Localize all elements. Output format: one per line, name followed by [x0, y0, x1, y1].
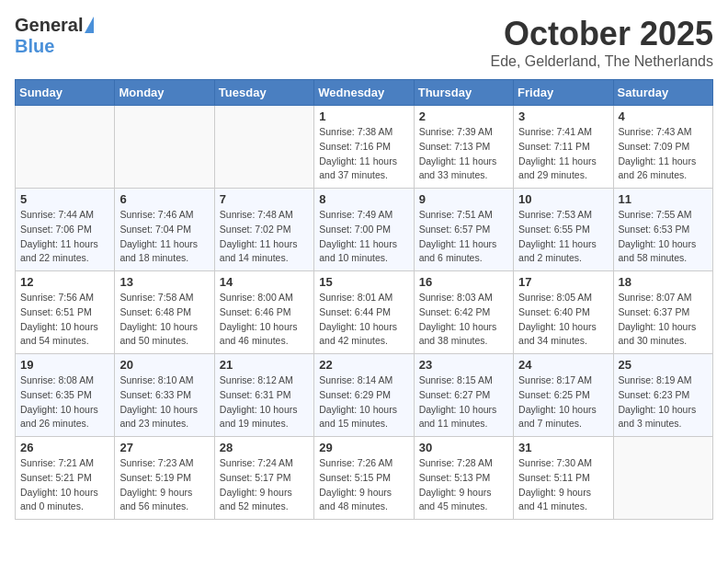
calendar-cell: 28Sunrise: 7:24 AM Sunset: 5:17 PM Dayli…: [214, 437, 313, 520]
day-info: Sunrise: 8:12 AM Sunset: 6:31 PM Dayligh…: [220, 373, 309, 431]
calendar-cell: 15Sunrise: 8:01 AM Sunset: 6:44 PM Dayli…: [314, 271, 414, 354]
day-info: Sunrise: 8:19 AM Sunset: 6:23 PM Dayligh…: [619, 373, 708, 431]
calendar-cell: 10Sunrise: 7:53 AM Sunset: 6:55 PM Dayli…: [514, 189, 613, 271]
calendar-cell: 3Sunrise: 7:41 AM Sunset: 7:11 PM Daylig…: [514, 106, 613, 189]
day-info: Sunrise: 7:21 AM Sunset: 5:21 PM Dayligh…: [20, 456, 109, 514]
calendar-cell: 13Sunrise: 7:58 AM Sunset: 6:48 PM Dayli…: [115, 271, 214, 354]
calendar-cell: [16, 106, 115, 189]
page-header: General Blue October 2025 Ede, Gelderlan…: [15, 15, 713, 70]
calendar-cell: 27Sunrise: 7:23 AM Sunset: 5:19 PM Dayli…: [115, 437, 214, 520]
calendar-cell: 14Sunrise: 8:00 AM Sunset: 6:46 PM Dayli…: [214, 271, 313, 354]
calendar-cell: 6Sunrise: 7:46 AM Sunset: 7:04 PM Daylig…: [115, 189, 214, 271]
day-number: 10: [518, 192, 608, 206]
day-number: 11: [619, 192, 708, 206]
day-info: Sunrise: 7:48 AM Sunset: 7:02 PM Dayligh…: [220, 208, 309, 266]
day-info: Sunrise: 7:39 AM Sunset: 7:13 PM Dayligh…: [419, 125, 508, 183]
day-info: Sunrise: 7:55 AM Sunset: 6:53 PM Dayligh…: [619, 208, 708, 266]
calendar-cell: 18Sunrise: 8:07 AM Sunset: 6:37 PM Dayli…: [613, 271, 712, 354]
day-info: Sunrise: 7:38 AM Sunset: 7:16 PM Dayligh…: [319, 125, 408, 183]
day-number: 13: [119, 275, 209, 289]
column-header-thursday: Thursday: [414, 80, 513, 106]
day-number: 19: [20, 358, 109, 372]
calendar-cell: [613, 437, 712, 520]
column-header-saturday: Saturday: [613, 80, 712, 106]
day-info: Sunrise: 7:43 AM Sunset: 7:09 PM Dayligh…: [619, 125, 708, 183]
day-number: 4: [619, 109, 708, 123]
calendar-cell: 1Sunrise: 7:38 AM Sunset: 7:16 PM Daylig…: [314, 106, 414, 189]
logo-triangle-icon: [85, 17, 94, 33]
calendar-cell: 8Sunrise: 7:49 AM Sunset: 7:00 PM Daylig…: [314, 189, 414, 271]
day-number: 24: [518, 358, 608, 372]
day-number: 26: [20, 441, 109, 454]
location-text: Ede, Gelderland, The Netherlands: [490, 53, 713, 70]
calendar-cell: 11Sunrise: 7:55 AM Sunset: 6:53 PM Dayli…: [613, 189, 712, 271]
day-info: Sunrise: 8:17 AM Sunset: 6:25 PM Dayligh…: [518, 373, 608, 431]
calendar-cell: 4Sunrise: 7:43 AM Sunset: 7:09 PM Daylig…: [613, 106, 712, 189]
day-number: 18: [619, 275, 708, 289]
calendar-cell: 25Sunrise: 8:19 AM Sunset: 6:23 PM Dayli…: [613, 354, 712, 437]
day-info: Sunrise: 8:07 AM Sunset: 6:37 PM Dayligh…: [619, 291, 708, 349]
day-info: Sunrise: 7:58 AM Sunset: 6:48 PM Dayligh…: [119, 291, 209, 349]
day-info: Sunrise: 7:49 AM Sunset: 7:00 PM Dayligh…: [319, 208, 408, 266]
day-info: Sunrise: 7:41 AM Sunset: 7:11 PM Dayligh…: [518, 125, 608, 183]
day-number: 30: [419, 441, 508, 454]
calendar-cell: 17Sunrise: 8:05 AM Sunset: 6:40 PM Dayli…: [514, 271, 613, 354]
calendar-body: 1Sunrise: 7:38 AM Sunset: 7:16 PM Daylig…: [16, 106, 713, 520]
day-number: 16: [419, 275, 508, 289]
day-info: Sunrise: 8:14 AM Sunset: 6:29 PM Dayligh…: [319, 373, 408, 431]
day-number: 8: [319, 192, 408, 206]
calendar-cell: 23Sunrise: 8:15 AM Sunset: 6:27 PM Dayli…: [414, 354, 513, 437]
day-number: 5: [20, 192, 109, 206]
day-number: 25: [619, 358, 708, 372]
logo: General Blue: [15, 15, 94, 57]
day-number: 3: [518, 109, 608, 123]
calendar-cell: 31Sunrise: 7:30 AM Sunset: 5:11 PM Dayli…: [514, 437, 613, 520]
day-info: Sunrise: 7:30 AM Sunset: 5:11 PM Dayligh…: [518, 456, 608, 514]
calendar-cell: 30Sunrise: 7:28 AM Sunset: 5:13 PM Dayli…: [414, 437, 513, 520]
day-number: 17: [518, 275, 608, 289]
day-info: Sunrise: 7:56 AM Sunset: 6:51 PM Dayligh…: [20, 291, 109, 349]
day-info: Sunrise: 7:46 AM Sunset: 7:04 PM Dayligh…: [119, 208, 209, 266]
day-info: Sunrise: 7:51 AM Sunset: 6:57 PM Dayligh…: [419, 208, 508, 266]
week-row-1: 1Sunrise: 7:38 AM Sunset: 7:16 PM Daylig…: [16, 106, 713, 189]
day-info: Sunrise: 8:15 AM Sunset: 6:27 PM Dayligh…: [419, 373, 508, 431]
day-number: 2: [419, 109, 508, 123]
day-info: Sunrise: 8:03 AM Sunset: 6:42 PM Dayligh…: [419, 291, 508, 349]
title-block: October 2025 Ede, Gelderland, The Nether…: [490, 15, 713, 70]
day-info: Sunrise: 7:26 AM Sunset: 5:15 PM Dayligh…: [319, 456, 408, 514]
day-info: Sunrise: 8:08 AM Sunset: 6:35 PM Dayligh…: [20, 373, 109, 431]
week-row-3: 12Sunrise: 7:56 AM Sunset: 6:51 PM Dayli…: [16, 271, 713, 354]
day-info: Sunrise: 8:01 AM Sunset: 6:44 PM Dayligh…: [319, 291, 408, 349]
column-header-monday: Monday: [115, 80, 214, 106]
day-info: Sunrise: 7:53 AM Sunset: 6:55 PM Dayligh…: [518, 208, 608, 266]
day-number: 27: [119, 441, 209, 454]
day-number: 7: [220, 192, 309, 206]
day-number: 28: [220, 441, 309, 454]
calendar-cell: 19Sunrise: 8:08 AM Sunset: 6:35 PM Dayli…: [16, 354, 115, 437]
day-info: Sunrise: 7:23 AM Sunset: 5:19 PM Dayligh…: [119, 456, 209, 514]
calendar-cell: 5Sunrise: 7:44 AM Sunset: 7:06 PM Daylig…: [16, 189, 115, 271]
day-info: Sunrise: 8:00 AM Sunset: 6:46 PM Dayligh…: [220, 291, 309, 349]
day-number: 20: [119, 358, 209, 372]
day-number: 21: [220, 358, 309, 372]
calendar-cell: 22Sunrise: 8:14 AM Sunset: 6:29 PM Dayli…: [314, 354, 414, 437]
day-number: 12: [20, 275, 109, 289]
day-number: 14: [220, 275, 309, 289]
day-number: 29: [319, 441, 408, 454]
column-header-sunday: Sunday: [16, 80, 115, 106]
calendar-cell: 2Sunrise: 7:39 AM Sunset: 7:13 PM Daylig…: [414, 106, 513, 189]
day-info: Sunrise: 7:28 AM Sunset: 5:13 PM Dayligh…: [419, 456, 508, 514]
column-header-wednesday: Wednesday: [314, 80, 414, 106]
day-info: Sunrise: 7:24 AM Sunset: 5:17 PM Dayligh…: [220, 456, 309, 514]
day-number: 1: [319, 109, 408, 123]
column-header-tuesday: Tuesday: [214, 80, 313, 106]
calendar-cell: 29Sunrise: 7:26 AM Sunset: 5:15 PM Dayli…: [314, 437, 414, 520]
calendar-cell: 7Sunrise: 7:48 AM Sunset: 7:02 PM Daylig…: [214, 189, 313, 271]
calendar-cell: [214, 106, 313, 189]
calendar-header: SundayMondayTuesdayWednesdayThursdayFrid…: [16, 80, 713, 106]
calendar-cell: 24Sunrise: 8:17 AM Sunset: 6:25 PM Dayli…: [514, 354, 613, 437]
week-row-5: 26Sunrise: 7:21 AM Sunset: 5:21 PM Dayli…: [16, 437, 713, 520]
calendar-cell: 16Sunrise: 8:03 AM Sunset: 6:42 PM Dayli…: [414, 271, 513, 354]
day-number: 9: [419, 192, 508, 206]
week-row-2: 5Sunrise: 7:44 AM Sunset: 7:06 PM Daylig…: [16, 189, 713, 271]
